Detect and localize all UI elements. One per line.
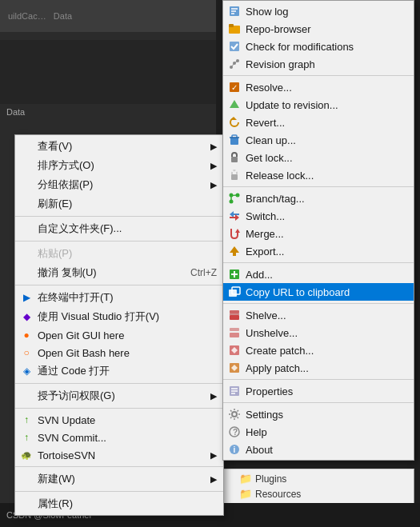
right-sep-4 bbox=[223, 303, 414, 304]
menu-item-help[interactable]: ? Help bbox=[223, 423, 414, 441]
menu-item-branch[interactable]: Branch/tag... bbox=[223, 190, 414, 207]
menu-item-cleanup[interactable]: Clean up... bbox=[223, 131, 414, 149]
right-sep-6 bbox=[223, 402, 414, 403]
plugins-label: Plugins bbox=[255, 473, 286, 485]
menu-item-svnupdate[interactable]: ↑ SVN Update bbox=[15, 411, 223, 429]
plugins-item: 📁 Plugins bbox=[239, 471, 409, 486]
menu-label-revert: Revert... bbox=[246, 117, 407, 129]
menu-item-copyurl[interactable]: Copy URL to clipboard bbox=[223, 283, 414, 301]
menu-item-sort[interactable]: 排序方式(O) ▶ bbox=[15, 156, 223, 175]
menu-item-view[interactable]: 查看(V) ▶ bbox=[15, 137, 223, 156]
cleanup-icon bbox=[228, 134, 241, 146]
group-icon bbox=[20, 178, 33, 191]
menu-label-update: Update to revision... bbox=[246, 99, 407, 111]
menu-label-paste: 粘贴(P) bbox=[38, 246, 217, 261]
menu-item-resolve[interactable]: ✓ Resolve... bbox=[223, 78, 414, 96]
menu-label-access: 授予访问权限(G) bbox=[38, 389, 206, 403]
menu-item-getlock[interactable]: Get lock... bbox=[223, 149, 414, 166]
menu-item-vscode[interactable]: ◈ 通过 Code 打开 bbox=[15, 361, 223, 381]
menu-item-releaselock[interactable]: Release lock... bbox=[223, 166, 414, 184]
menu-item-add[interactable]: Add... bbox=[223, 265, 414, 283]
menu-label-undo: 撤消 复制(U) bbox=[38, 265, 186, 280]
custom-icon bbox=[20, 222, 33, 235]
menu-label-settings: Settings bbox=[246, 409, 407, 421]
svg-point-22 bbox=[230, 200, 234, 204]
svg-line-10 bbox=[231, 63, 234, 67]
svnupdate-icon: ↑ bbox=[20, 413, 33, 426]
submenu-arrow-tortoise: ▶ bbox=[210, 450, 217, 461]
separator-7 bbox=[15, 491, 223, 492]
menu-item-revert[interactable]: Revert... bbox=[223, 114, 414, 131]
right-context-menu: Show log Repo-browser Check for modifica… bbox=[222, 0, 414, 461]
menu-label-gitbash: Open Git Bash here bbox=[38, 347, 217, 359]
resources-label: Resources bbox=[255, 489, 301, 500]
menu-item-props[interactable]: 属性(R) bbox=[15, 494, 223, 513]
menu-item-tortoise[interactable]: 🐢 TortoiseSVN ▶ bbox=[15, 446, 223, 464]
menu-item-showlog[interactable]: Show log bbox=[223, 2, 414, 20]
menu-label-resolve: Resolve... bbox=[246, 82, 407, 94]
menu-label-new: 新建(W) bbox=[38, 472, 206, 486]
menu-item-createpatch[interactable]: Create patch... bbox=[223, 341, 414, 359]
gitgui-icon: ● bbox=[20, 329, 33, 341]
menu-item-undo[interactable]: 撤消 复制(U) Ctrl+Z bbox=[15, 263, 223, 282]
menu-label-branch: Branch/tag... bbox=[246, 193, 407, 205]
help-icon: ? bbox=[228, 425, 241, 438]
undo-icon bbox=[20, 266, 33, 279]
menu-item-new[interactable]: 新建(W) ▶ bbox=[15, 469, 223, 489]
svg-rect-6 bbox=[230, 42, 239, 51]
menu-label-unshelve: Unshelve... bbox=[246, 327, 407, 339]
menu-item-switch[interactable]: Switch... bbox=[223, 207, 414, 225]
gitbash-icon: ○ bbox=[20, 346, 33, 359]
revgraph-icon bbox=[228, 58, 241, 70]
createpatch-icon bbox=[228, 344, 241, 357]
menu-item-access[interactable]: 授予访问权限(G) ▶ bbox=[15, 386, 223, 405]
paste-icon bbox=[20, 247, 33, 260]
menu-item-checkmod[interactable]: Check for modifications bbox=[223, 38, 414, 55]
menu-label-shelve: Shelve... bbox=[246, 309, 407, 321]
menu-item-applypatch[interactable]: Apply patch... bbox=[223, 359, 414, 377]
menu-item-export[interactable]: Export... bbox=[223, 242, 414, 260]
separator-6 bbox=[15, 466, 223, 467]
submenu-arrow-access: ▶ bbox=[210, 391, 217, 401]
menu-item-refresh[interactable]: 刷新(E) bbox=[15, 194, 223, 214]
svg-marker-25 bbox=[230, 246, 239, 256]
menu-item-revgraph[interactable]: Revision graph bbox=[223, 55, 414, 73]
svg-rect-5 bbox=[229, 24, 234, 27]
applypatch-icon bbox=[228, 361, 241, 374]
switch-icon bbox=[228, 210, 241, 222]
svg-rect-16 bbox=[230, 138, 238, 145]
vscode-icon: ◈ bbox=[20, 365, 33, 377]
menu-item-settings[interactable]: Settings bbox=[223, 405, 414, 423]
shelve-icon bbox=[228, 309, 241, 321]
menu-item-gitbash[interactable]: ○ Open Git Bash here bbox=[15, 344, 223, 361]
repobrowser-icon bbox=[228, 22, 241, 35]
menu-item-about[interactable]: i About bbox=[223, 441, 414, 458]
menu-item-custom[interactable]: 自定义文件夹(F)... bbox=[15, 219, 223, 238]
sort-icon bbox=[20, 159, 33, 172]
menu-label-export: Export... bbox=[246, 246, 407, 258]
menu-item-gitgui[interactable]: ● Open Git GUI here bbox=[15, 326, 223, 344]
menu-label-svncommit: SVN Commit... bbox=[38, 432, 217, 444]
checkmod-icon bbox=[228, 40, 241, 53]
export-icon bbox=[228, 245, 241, 258]
menu-item-unshelve[interactable]: Unshelve... bbox=[223, 324, 414, 341]
menu-label-custom: 自定义文件夹(F)... bbox=[38, 222, 217, 236]
menu-item-repobrowser[interactable]: Repo-browser bbox=[223, 20, 414, 38]
menu-item-svncommit[interactable]: ↑ SVN Commit... bbox=[15, 429, 223, 446]
separator-4 bbox=[15, 383, 223, 384]
menu-item-merge[interactable]: Merge... bbox=[223, 225, 414, 242]
menu-label-add: Add... bbox=[246, 269, 407, 281]
menu-item-terminal[interactable]: ▶ 在终端中打开(T) bbox=[15, 288, 223, 307]
menu-label-group: 分组依据(P) bbox=[38, 178, 206, 192]
menu-item-update[interactable]: Update to revision... bbox=[223, 96, 414, 114]
menu-item-properties[interactable]: Properties bbox=[223, 382, 414, 400]
menu-item-shelve[interactable]: Shelve... bbox=[223, 306, 414, 324]
menu-item-paste[interactable]: 粘贴(P) bbox=[15, 244, 223, 263]
svg-rect-32 bbox=[230, 310, 239, 313]
menu-label-vscode: 通过 Code 打开 bbox=[38, 364, 217, 378]
menu-item-group[interactable]: 分组依据(P) ▶ bbox=[15, 175, 223, 194]
menu-item-vs[interactable]: ◆ 使用 Visual Studio 打开(V) bbox=[15, 307, 223, 326]
separator-1 bbox=[15, 216, 223, 217]
menu-label-revgraph: Revision graph bbox=[246, 58, 407, 70]
svg-text:?: ? bbox=[233, 428, 238, 437]
